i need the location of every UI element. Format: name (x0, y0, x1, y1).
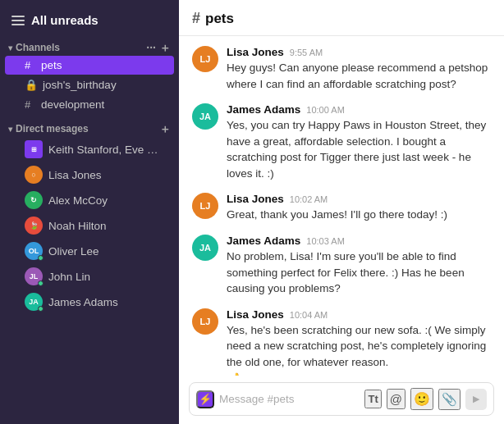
chat-header: # pets (179, 0, 504, 36)
message-input[interactable] (219, 393, 360, 405)
at-button[interactable]: @ (387, 389, 405, 409)
message-time: 10:03 AM (306, 236, 344, 246)
message-emoji: 👍 (227, 372, 491, 376)
avatar-james-adams: JA (25, 293, 43, 311)
text-format-button[interactable]: Tt (364, 390, 381, 408)
dm-label-noah-hilton: Noah Hilton (48, 220, 107, 232)
message-text: Great, thank you James! I'll go there to… (227, 207, 491, 223)
channels-chevron: ▾ (8, 43, 12, 52)
message-time: 10:00 AM (306, 105, 344, 115)
message-row: LJ Lisa Jones 10:04 AM Yes, he's been sc… (192, 308, 491, 376)
lock-icon-joshs: 🔒 (25, 79, 38, 91)
message-author: Lisa Jones (227, 308, 284, 321)
status-dot-john (38, 280, 44, 286)
dm-item-james-adams[interactable]: JA James Adams (5, 290, 174, 314)
dm-item-keith-eve[interactable]: ⊞ Keith Stanford, Eve Libe... (5, 137, 174, 162)
message-avatar: JA (192, 235, 218, 261)
hamburger-icon[interactable] (11, 16, 25, 25)
message-time: 10:04 AM (290, 310, 328, 320)
message-avatar: JA (192, 103, 218, 130)
sidebar-item-development-label: development (41, 98, 104, 111)
message-time: 10:02 AM (290, 194, 328, 204)
message-row: JA James Adams 10:00 AM Yes, you can try… (192, 103, 491, 181)
dm-item-lisa-jones[interactable]: ○ Lisa Jones (5, 162, 174, 187)
avatar-keith-eve: ⊞ (25, 140, 43, 158)
emoji-button[interactable]: 🙂 (410, 388, 433, 410)
message-author: Lisa Jones (227, 193, 284, 205)
status-dot-oliver (38, 255, 44, 261)
message-time: 9:55 AM (290, 48, 323, 57)
dm-label-oliver-lee: Oliver Lee (48, 245, 99, 258)
dm-item-noah-hilton[interactable]: 🍃 Noah Hilton (5, 213, 174, 238)
message-avatar: LJ (192, 193, 218, 219)
dm-label-alex-mccoy: Alex McCoy (48, 194, 108, 207)
message-text: Yes, he's been scratching our new sofa. … (227, 322, 491, 371)
input-bar: ⚡ Tt @ 🙂 📎 ▶ (189, 382, 494, 416)
message-text: Yes, you can try Happy Paws in Houston S… (227, 117, 491, 181)
hash-icon-dev: # (25, 98, 36, 111)
status-dot-james (38, 306, 44, 312)
message-row: LJ Lisa Jones 9:55 AM Hey guys! Can anyo… (192, 46, 491, 92)
dm-add-icon[interactable]: ＋ (159, 123, 171, 134)
dm-label-james-adams: James Adams (48, 296, 118, 308)
dm-label-keith-eve: Keith Stanford, Eve Libe... (48, 144, 163, 156)
main-chat: # pets LJ Lisa Jones 9:55 AM Hey guys! C… (179, 0, 504, 424)
send-icon: ▶ (473, 394, 479, 404)
lightning-button[interactable]: ⚡ (196, 390, 214, 408)
attachment-button[interactable]: 📎 (438, 389, 460, 410)
dm-item-john-lin[interactable]: JL John Lin (5, 264, 174, 289)
hash-icon-pets: # (25, 59, 36, 71)
messages-area: LJ Lisa Jones 9:55 AM Hey guys! Can anyo… (179, 36, 504, 376)
dm-item-oliver-lee[interactable]: OL Oliver Lee (5, 239, 174, 263)
sidebar-header[interactable]: All unreads (0, 0, 179, 35)
channels-section: ▾ Channels ··· ＋ # pets 🔒 josh's_birthda… (0, 35, 179, 116)
avatar-noah-hilton: 🍃 (25, 217, 43, 235)
dm-item-alex-mccoy[interactable]: ↻ Alex McCoy (5, 188, 174, 212)
send-button[interactable]: ▶ (465, 389, 487, 410)
channel-title: pets (205, 11, 234, 27)
sidebar-item-joshs-birthday[interactable]: 🔒 josh's_birthday (5, 75, 174, 94)
sidebar-item-development[interactable]: # development (5, 95, 174, 114)
sidebar: All unreads ▾ Channels ··· ＋ # pets 🔒 jo… (0, 0, 179, 424)
message-author: James Adams (227, 235, 300, 247)
sidebar-header-label: All unreads (31, 13, 99, 27)
dm-label-john-lin: John Lin (48, 271, 90, 283)
avatar-alex-mccoy: ↻ (25, 191, 43, 209)
message-text: No problem, Lisa! I'm sure you'll be abl… (227, 248, 491, 297)
channel-hash-icon: # (192, 10, 200, 27)
sidebar-item-joshs-label: josh's_birthday (43, 79, 117, 91)
avatar-john-lin: JL (25, 267, 43, 285)
message-avatar: LJ (192, 308, 218, 335)
message-avatar: LJ (192, 46, 218, 72)
sidebar-item-pets[interactable]: # pets (5, 56, 174, 75)
avatar-lisa-jones: ○ (25, 166, 43, 184)
sidebar-item-pets-label: pets (41, 59, 62, 71)
channels-add-icon[interactable]: ＋ (159, 42, 171, 53)
channels-section-header[interactable]: ▾ Channels ··· ＋ (0, 40, 179, 55)
message-author: James Adams (227, 103, 300, 116)
dm-chevron: ▾ (8, 125, 12, 134)
channels-section-title: Channels (16, 42, 60, 53)
message-row: JA James Adams 10:03 AM No problem, Lisa… (192, 235, 491, 297)
message-author: Lisa Jones (227, 46, 284, 58)
dm-section-title: Direct mesages (16, 123, 89, 134)
dm-section-header[interactable]: ▾ Direct mesages ＋ (0, 121, 179, 136)
dm-label-lisa-jones: Lisa Jones (48, 169, 102, 181)
dm-section: ▾ Direct mesages ＋ ⊞ Keith Stanford, Eve… (0, 116, 179, 317)
message-text: Hey guys! Can anyone please recommend a … (227, 60, 491, 92)
message-row: LJ Lisa Jones 10:02 AM Great, thank you … (192, 193, 491, 223)
avatar-oliver-lee: OL (25, 242, 43, 260)
channels-more-icon[interactable]: ··· (146, 42, 156, 53)
